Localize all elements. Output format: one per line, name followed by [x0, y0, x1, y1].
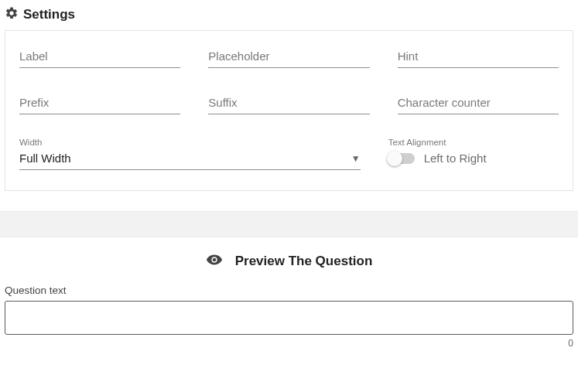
settings-card: Width Full Width ▼ Text Alignment Left t…: [5, 30, 573, 191]
text-alignment-label: Text Alignment: [388, 138, 559, 147]
width-label: Width: [19, 138, 361, 147]
section-divider: [0, 211, 578, 237]
toggle-knob: [387, 151, 402, 166]
page-title: Settings: [23, 7, 75, 22]
suffix-field[interactable]: [208, 91, 369, 114]
width-select-value: Full Width: [19, 152, 71, 165]
label-field[interactable]: [19, 45, 180, 68]
width-select[interactable]: Full Width ▼: [19, 150, 361, 170]
gear-icon: [5, 6, 19, 22]
character-counter-value: 0: [5, 338, 573, 349]
preview-heading: Preview The Question: [235, 254, 373, 269]
placeholder-field[interactable]: [208, 45, 369, 68]
text-alignment-value: Left to Right: [424, 152, 487, 165]
question-text-label: Question text: [5, 285, 573, 296]
question-text-input[interactable]: [5, 301, 573, 335]
eye-icon: [206, 251, 223, 271]
prefix-field[interactable]: [19, 91, 180, 114]
text-alignment-toggle[interactable]: [388, 153, 415, 164]
hint-field[interactable]: [398, 45, 559, 68]
character-counter-field[interactable]: [398, 91, 559, 114]
chevron-down-icon: ▼: [351, 153, 361, 164]
